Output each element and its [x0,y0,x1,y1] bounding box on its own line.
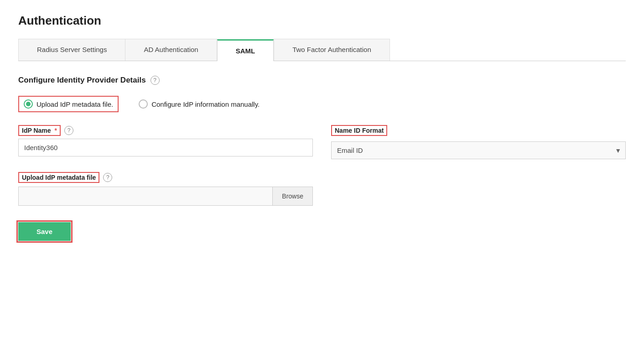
tab-ad[interactable]: AD Authentication [125,39,217,61]
tab-tfa[interactable]: Two Factor Authentication [274,39,390,61]
name-id-format-select-wrapper: Email ID Username Unspecified ▼ [331,141,626,159]
radio-upload-idp[interactable]: Upload IdP metadata file. [18,96,119,112]
radio-manual-idp[interactable]: Configure IdP information manually. [133,96,265,112]
tab-saml[interactable]: SAML [217,39,274,61]
file-upload-row: Browse [18,187,313,206]
radio-manual-circle [139,99,148,109]
required-star: * [55,127,57,134]
tab-radius[interactable]: Radius Server Settings [18,39,125,61]
radio-group-idp-config: Upload IdP metadata file. Configure IdP … [18,96,626,112]
radio-upload-circle [24,99,33,109]
name-id-format-select[interactable]: Email ID Username Unspecified [331,141,626,159]
file-upload-area [19,187,272,205]
section-title: Configure Identity Provider Details [18,76,146,85]
name-id-format-label: Name ID Format [331,125,387,136]
radio-manual-label: Configure IdP information manually. [151,100,260,108]
upload-section: Upload IdP metadata file ? Browse [18,172,626,206]
idp-name-input[interactable] [18,139,313,156]
idp-name-label-wrapper: IdP Name * ? [18,125,313,136]
upload-label-row: Upload IdP metadata file ? [18,172,626,183]
page-title: Authentication [18,14,626,28]
section-header: Configure Identity Provider Details ? [18,76,626,85]
upload-help-icon[interactable]: ? [103,173,112,182]
idp-name-help-icon[interactable]: ? [64,126,73,135]
upload-file-label: Upload IdP metadata file [18,172,99,183]
idp-name-label: IdP Name * [18,125,61,136]
browse-button[interactable]: Browse [272,187,312,205]
form-row-name-format: IdP Name * ? Name ID Format Email ID Use… [18,125,626,159]
radio-upload-label: Upload IdP metadata file. [36,100,113,108]
form-group-idp-name: IdP Name * ? [18,125,313,156]
section-help-icon[interactable]: ? [151,76,160,85]
save-button[interactable]: Save [18,222,71,241]
tabs-container: Radius Server Settings AD Authentication… [18,39,626,61]
form-group-name-id-format: Name ID Format Email ID Username Unspeci… [331,125,626,159]
